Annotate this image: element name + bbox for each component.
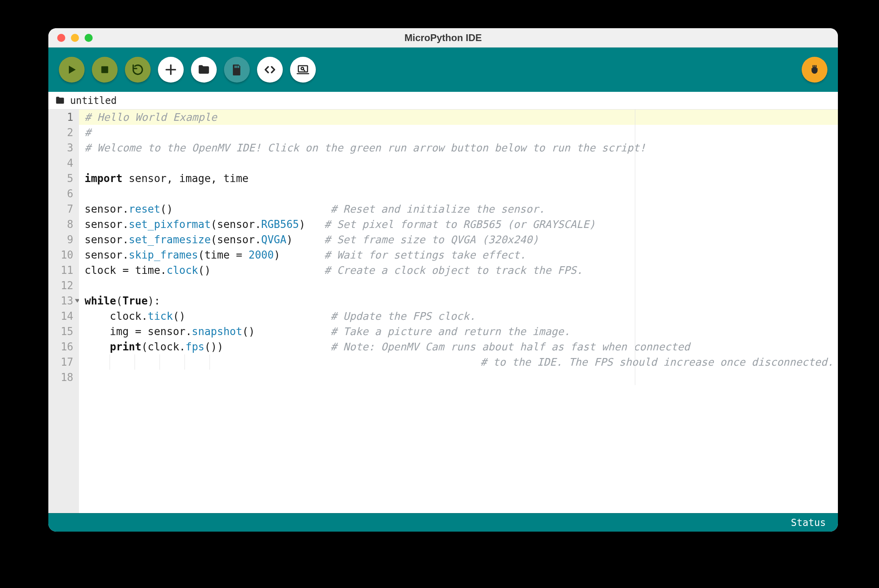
code-line[interactable]: sensor.skip_frames(time = 2000) # Wait f… <box>79 247 838 263</box>
code-line[interactable]: img = sensor.snapshot() # Take a picture… <box>79 324 838 339</box>
line-number: 14 <box>48 308 79 324</box>
line-gutter: 123456789101112131415161718 <box>48 110 79 513</box>
reset-button[interactable] <box>125 57 151 83</box>
line-number: 9 <box>48 232 79 247</box>
svg-rect-6 <box>299 66 308 72</box>
code-line[interactable]: import sensor, image, time <box>79 171 838 186</box>
code-line[interactable]: print(clock.fps()) # Note: OpenMV Cam ru… <box>79 339 838 354</box>
save-sd-button[interactable] <box>224 57 250 83</box>
line-number: 13 <box>48 293 79 308</box>
line-number: 5 <box>48 171 79 186</box>
line-number: 7 <box>48 201 79 217</box>
code-icon <box>263 63 277 77</box>
file-tabstrip: untitled <box>48 92 838 110</box>
line-number: 15 <box>48 324 79 339</box>
new-file-button[interactable] <box>158 57 184 83</box>
line-number: 18 <box>48 370 79 385</box>
line-number: 3 <box>48 140 79 155</box>
code-line[interactable] <box>79 278 838 293</box>
app-window: MicroPython IDE <box>48 28 838 532</box>
code-line[interactable] <box>79 155 838 171</box>
code-line[interactable] <box>79 186 838 201</box>
inspector-button[interactable] <box>290 57 316 83</box>
refresh-icon <box>131 63 145 77</box>
line-number: 16 <box>48 339 79 354</box>
code-line[interactable]: sensor.reset() # Reset and initialize th… <box>79 201 838 217</box>
code-line[interactable] <box>79 370 838 385</box>
usb-plug-icon <box>809 64 821 76</box>
close-window-button[interactable] <box>57 34 65 42</box>
play-icon <box>65 63 79 77</box>
code-line[interactable]: clock.tick() # Update the FPS clock. <box>79 308 838 324</box>
sd-card-icon <box>230 63 244 77</box>
line-number: 11 <box>48 263 79 278</box>
code-line[interactable]: # to the IDE. The FPS should increase on… <box>79 354 838 370</box>
indent-guides <box>85 354 234 370</box>
connect-device-button[interactable] <box>802 57 827 83</box>
minimize-window-button[interactable] <box>71 34 79 42</box>
run-button[interactable] <box>59 57 85 83</box>
svg-rect-4 <box>236 66 238 68</box>
zoom-window-button[interactable] <box>85 34 93 42</box>
file-icon <box>55 95 65 106</box>
code-line[interactable]: sensor.set_pixformat(sensor.RGB565) # Se… <box>79 217 838 232</box>
code-line[interactable]: while(True): <box>79 293 838 308</box>
titlebar: MicroPython IDE <box>48 28 838 48</box>
svg-line-9 <box>303 70 305 71</box>
line-number: 17 <box>48 354 79 370</box>
line-number: 10 <box>48 247 79 263</box>
code-line[interactable]: # <box>79 125 838 140</box>
folder-icon <box>197 63 211 77</box>
line-number: 8 <box>48 217 79 232</box>
open-folder-button[interactable] <box>191 57 217 83</box>
toolbar <box>48 48 838 92</box>
status-label: Status <box>791 517 826 528</box>
svg-rect-5 <box>238 66 239 68</box>
line-number: 2 <box>48 125 79 140</box>
plus-icon <box>164 63 178 77</box>
svg-rect-0 <box>102 66 108 73</box>
code-line[interactable]: clock = time.clock() # Create a clock ob… <box>79 263 838 278</box>
line-number: 1 <box>48 110 79 125</box>
code-line[interactable]: # Welcome to the OpenMV IDE! Click on th… <box>79 140 838 155</box>
code-line[interactable]: # Hello World Example <box>79 110 838 125</box>
window-title: MicroPython IDE <box>48 32 838 43</box>
window-controls <box>57 34 93 42</box>
line-number: 4 <box>48 155 79 171</box>
line-number: 12 <box>48 278 79 293</box>
status-bar: Status <box>48 513 838 532</box>
line-number: 6 <box>48 186 79 201</box>
stop-icon <box>98 63 112 77</box>
laptop-search-icon <box>296 63 310 77</box>
code-editor[interactable]: 123456789101112131415161718 # Hello Worl… <box>48 110 838 513</box>
fold-caret-icon[interactable] <box>75 299 79 303</box>
svg-rect-3 <box>234 66 236 68</box>
stop-button[interactable] <box>92 57 118 83</box>
code-area[interactable]: # Hello World Example## Welcome to the O… <box>79 110 838 513</box>
code-editor-button[interactable] <box>257 57 283 83</box>
file-tab-name[interactable]: untitled <box>70 95 117 106</box>
code-line[interactable]: sensor.set_framesize(sensor.QVGA) # Set … <box>79 232 838 247</box>
